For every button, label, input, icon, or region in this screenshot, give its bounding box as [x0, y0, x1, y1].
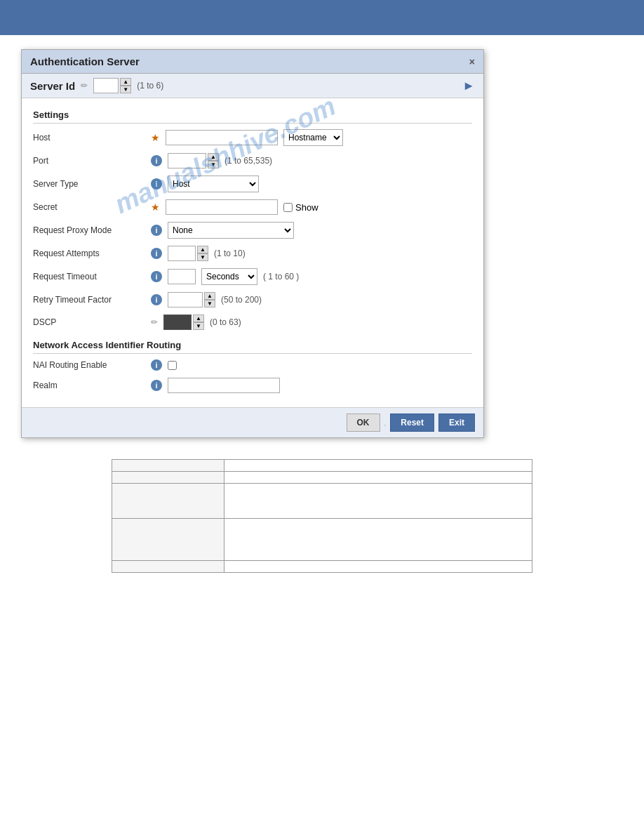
- request-attempts-info-icon[interactable]: i: [151, 248, 162, 259]
- realm-info-icon[interactable]: i: [151, 380, 162, 391]
- dscp-input[interactable]: 47: [163, 315, 192, 330]
- port-label: Port: [33, 156, 145, 166]
- server-id-input[interactable]: 1: [93, 78, 119, 93]
- server-id-spinner-buttons: ▲ ▼: [120, 78, 131, 93]
- server-id-range: (1 to 6): [137, 81, 163, 91]
- table-cell-label: [112, 472, 224, 484]
- dscp-spinner[interactable]: 47 ▲ ▼: [163, 315, 204, 330]
- authentication-server-dialog: Authentication Server × Server Id ✏ 1 ▲ …: [21, 49, 484, 438]
- dialog-body: Settings Host ★ Hostname IP Address Port…: [22, 98, 483, 407]
- exit-button[interactable]: Exit: [438, 413, 475, 432]
- table-cell-value: [224, 472, 532, 484]
- request-attempts-label: Request Attempts: [33, 249, 145, 258]
- dialog-footer: OK , Reset Exit: [22, 407, 483, 437]
- dscp-up-button[interactable]: ▲: [193, 315, 204, 322]
- request-attempts-spinner-buttons: ▲ ▼: [197, 246, 208, 261]
- table-row: [112, 561, 532, 573]
- table-cell-value: [224, 484, 532, 519]
- secret-input[interactable]: [166, 199, 278, 215]
- table-cell-label: [112, 561, 224, 573]
- nai-routing-checkbox[interactable]: [168, 361, 177, 370]
- request-attempts-down-button[interactable]: ▼: [197, 253, 208, 261]
- nai-routing-row: NAI Routing Enable i: [33, 359, 472, 371]
- host-row: Host ★ Hostname IP Address: [33, 129, 472, 146]
- nai-routing-info-icon[interactable]: i: [151, 359, 162, 371]
- port-spinner-buttons: ▲ ▼: [208, 153, 219, 168]
- request-attempts-range: (1 to 10): [214, 249, 246, 258]
- request-timeout-input[interactable]: 3: [168, 269, 196, 284]
- host-type-select[interactable]: Hostname IP Address: [283, 129, 343, 146]
- show-label: Show: [295, 202, 318, 213]
- port-row: Port i 1812 ▲ ▼ (1 to 65,535): [33, 153, 472, 168]
- port-info-icon[interactable]: i: [151, 155, 162, 166]
- retry-timeout-range: (50 to 200): [221, 295, 262, 305]
- edit-icon[interactable]: ✏: [81, 81, 88, 91]
- request-proxy-label: Request Proxy Mode: [33, 225, 145, 235]
- request-attempts-up-button[interactable]: ▲: [197, 246, 208, 253]
- retry-timeout-down-button[interactable]: ▼: [204, 300, 215, 307]
- port-input[interactable]: 1812: [168, 153, 206, 168]
- dscp-range: (0 to 63): [210, 317, 241, 327]
- request-timeout-row: Request Timeout i 3 Seconds Minutes ( 1 …: [33, 268, 472, 285]
- table-cell-label: [112, 484, 224, 519]
- table-cell-value: [224, 561, 532, 573]
- retry-timeout-info-icon[interactable]: i: [151, 294, 162, 305]
- retry-timeout-label: Retry Timeout Factor: [33, 295, 145, 305]
- server-id-spinner[interactable]: 1 ▲ ▼: [93, 78, 131, 93]
- secret-label: Secret: [33, 202, 145, 212]
- dscp-row: DSCP ✏ 47 ▲ ▼ (0 to 63): [33, 315, 472, 330]
- request-attempts-input[interactable]: 3: [168, 246, 196, 261]
- ok-button[interactable]: OK: [347, 413, 380, 432]
- table-cell-value: [224, 460, 532, 472]
- secret-row: Secret ★ Show: [33, 199, 472, 215]
- secret-required-star: ★: [151, 201, 160, 213]
- bottom-table: [112, 459, 532, 573]
- retry-timeout-input[interactable]: 100: [168, 292, 203, 307]
- dscp-down-button[interactable]: ▼: [193, 322, 204, 330]
- request-timeout-unit-select[interactable]: Seconds Minutes: [201, 268, 257, 285]
- nai-routing-label: NAI Routing Enable: [33, 360, 145, 370]
- ok-separator: ,: [384, 419, 387, 427]
- realm-label: Realm: [33, 380, 145, 390]
- retry-timeout-spinner-buttons: ▲ ▼: [204, 292, 215, 307]
- request-timeout-label: Request Timeout: [33, 272, 145, 282]
- server-type-row: Server Type i Host Primary Secondary: [33, 176, 472, 192]
- table-row: [112, 460, 532, 472]
- port-spinner[interactable]: 1812 ▲ ▼: [168, 153, 219, 168]
- show-secret-checkbox[interactable]: [283, 203, 293, 212]
- dscp-spinner-buttons: ▲ ▼: [193, 315, 204, 330]
- dscp-label: DSCP: [33, 317, 145, 327]
- request-timeout-range: ( 1 to 60 ): [263, 272, 299, 282]
- port-up-button[interactable]: ▲: [208, 153, 219, 161]
- nai-section-title: Network Access Identifier Routing: [33, 340, 472, 354]
- request-attempts-spinner[interactable]: 3 ▲ ▼: [168, 246, 208, 261]
- table-cell-label: [112, 519, 224, 561]
- retry-timeout-spinner[interactable]: 100 ▲ ▼: [168, 292, 215, 307]
- settings-section-title: Settings: [33, 110, 472, 124]
- dscp-edit-icon[interactable]: ✏: [151, 317, 158, 327]
- dialog-titlebar: Authentication Server ×: [22, 50, 483, 74]
- realm-input[interactable]: [168, 378, 280, 393]
- request-timeout-info-icon[interactable]: i: [151, 271, 162, 282]
- request-proxy-select[interactable]: None Local Remote: [168, 222, 294, 239]
- server-id-down-button[interactable]: ▼: [120, 86, 131, 93]
- dialog-close-button[interactable]: ×: [469, 56, 475, 67]
- host-input[interactable]: [166, 130, 278, 145]
- table-row: [112, 472, 532, 484]
- request-proxy-info-icon[interactable]: i: [151, 225, 162, 236]
- dialog-title: Authentication Server: [30, 55, 140, 67]
- server-type-select[interactable]: Host Primary Secondary: [168, 176, 259, 192]
- server-id-row: Server Id ✏ 1 ▲ ▼ (1 to 6) ►: [22, 74, 483, 98]
- dialog-wrapper: Authentication Server × Server Id ✏ 1 ▲ …: [21, 49, 484, 438]
- retry-timeout-up-button[interactable]: ▲: [204, 292, 215, 300]
- reset-button[interactable]: Reset: [390, 413, 434, 432]
- table-cell-value: [224, 519, 532, 561]
- port-down-button[interactable]: ▼: [208, 161, 219, 168]
- host-required-star: ★: [151, 132, 160, 143]
- realm-row: Realm i: [33, 378, 472, 393]
- retry-timeout-row: Retry Timeout Factor i 100 ▲ ▼ (50 to 20…: [33, 292, 472, 307]
- table-row: [112, 484, 532, 519]
- table-cell-label: [112, 460, 224, 472]
- server-id-up-button[interactable]: ▲: [120, 78, 131, 86]
- server-type-info-icon[interactable]: i: [151, 178, 162, 190]
